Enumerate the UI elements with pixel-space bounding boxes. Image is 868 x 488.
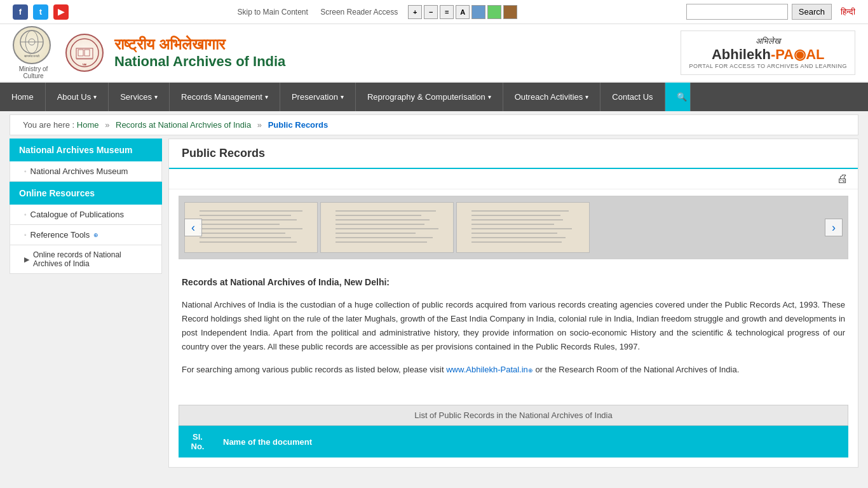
nav-contact[interactable]: Contact Us — [600, 83, 665, 111]
carousel-prev-btn[interactable]: ‹ — [184, 219, 202, 236]
nav-search-icon[interactable]: 🔍 — [665, 83, 691, 111]
nav-records-mgmt-arrow: ▾ — [265, 93, 268, 100]
sidebar-section2-header: Online Resources — [10, 182, 162, 205]
page-title: Public Records — [169, 139, 858, 169]
separator — [313, 8, 315, 17]
nav-about-arrow: ▾ — [93, 93, 97, 100]
color-btn-green[interactable] — [487, 5, 501, 19]
arrow-icon: ▶ — [24, 255, 29, 264]
facebook-icon[interactable]: f — [13, 4, 28, 20]
print-icon[interactable]: 🖨 — [837, 172, 848, 186]
carousel-img-3 — [456, 202, 590, 253]
sidebar-item-reference[interactable]: ◦ Reference Tools ⊕ — [10, 225, 162, 245]
nav-services-arrow: ▾ — [154, 93, 158, 100]
bullet-icon3: ◦ — [24, 231, 27, 238]
breadcrumb-current: Public Records — [268, 120, 329, 130]
carousel-next-btn[interactable]: › — [825, 219, 843, 236]
sidebar-section1-header: National Archives Museum — [10, 139, 162, 161]
screen-reader-link[interactable]: Screen Reader Access — [320, 8, 398, 17]
nav-outreach[interactable]: Outreach Activities ▾ — [503, 83, 601, 111]
table-section: List of Public Records in the National A… — [179, 405, 848, 458]
site-header: सत्यमेव जयते Ministry of Culture NAI राष… — [0, 24, 868, 83]
skip-link[interactable]: Skip to Main Content — [237, 8, 308, 17]
archives-logo: NAI — [65, 34, 104, 72]
carousel-inner — [179, 197, 848, 258]
col-sl-no: Sl.No. — [179, 426, 217, 458]
article-heading: Records at National Archives of India, N… — [182, 275, 845, 290]
site-title: राष्ट्रीय अभिलेखागार National Archives o… — [114, 36, 285, 70]
sidebar: National Archives Museum ◦ National Arch… — [10, 139, 162, 468]
carousel-img-1 — [184, 202, 318, 253]
abhilekh-link[interactable]: www.Abhilekh-Patal.in — [446, 365, 528, 374]
nav-preservation-arrow: ▾ — [341, 93, 344, 100]
abhilekh-hindi: अभिलेख — [689, 36, 847, 46]
content-panel: Public Records 🖨 ‹ — [168, 139, 858, 468]
table-header-row: Sl.No. Name of the document — [179, 426, 848, 458]
search-button[interactable]: Search — [792, 4, 832, 20]
abhilekh-subtitle: PORTAL FOR ACCESS TO ARCHIVES AND LEARNI… — [689, 63, 847, 69]
nav-reprography-arrow: ▾ — [488, 93, 491, 100]
article-paragraph2: For searching among various public recor… — [182, 363, 845, 377]
nav-about[interactable]: About Us ▾ — [46, 83, 109, 111]
font-A-btn[interactable]: A — [456, 5, 470, 19]
svg-text:सत्यमेव जयते: सत्यमेव जयते — [24, 54, 39, 58]
search-nav-icon: 🔍 — [677, 92, 687, 102]
twitter-icon[interactable]: t — [33, 4, 48, 20]
col-doc-name: Name of the document — [217, 426, 848, 458]
external-icon: ⊕ — [528, 367, 533, 374]
svg-text:NAI: NAI — [82, 63, 86, 66]
nav-outreach-arrow: ▾ — [585, 93, 588, 100]
abhilekh-brand: Abhilekh-PA◉AL — [689, 46, 847, 63]
svg-rect-8 — [85, 50, 90, 56]
search-input[interactable] — [686, 4, 788, 20]
abhilekh-logo[interactable]: अभिलेख Abhilekh-PA◉AL PORTAL FOR ACCESS … — [681, 30, 855, 75]
hindi-link[interactable]: हिन्दी — [841, 7, 855, 17]
sidebar-item-catalogue[interactable]: ◦ Catalogue of Publications — [10, 205, 162, 225]
external-link-icon: ⊕ — [93, 232, 98, 238]
navbar: Home About Us ▾ Services ▾ Records Manag… — [0, 83, 868, 111]
font-decrease-btn[interactable]: − — [424, 5, 438, 19]
font-increase-btn[interactable]: + — [408, 5, 422, 19]
article-paragraph1: National Archives of India is the custod… — [182, 298, 845, 354]
print-bar: 🖨 — [169, 169, 858, 189]
table-caption: List of Public Records in the National A… — [179, 405, 848, 426]
nav-records-mgmt[interactable]: Records Management ▾ — [170, 83, 280, 111]
sidebar-item-online-records[interactable]: ▶ Online records of National Archives of… — [10, 245, 162, 274]
main-content: National Archives Museum ◦ National Arch… — [10, 139, 858, 468]
doc-lines-2 — [330, 207, 444, 248]
records-table: Sl.No. Name of the document — [179, 426, 848, 458]
color-btn-blue[interactable] — [471, 5, 485, 19]
breadcrumb: You are here : Home » Records at Nationa… — [10, 114, 858, 135]
sidebar-item-museum[interactable]: ◦ National Archives Museum — [10, 161, 162, 182]
accessibility-bar: Skip to Main Content Screen Reader Acces… — [237, 5, 517, 19]
bullet-icon2: ◦ — [24, 211, 27, 218]
bullet-icon: ◦ — [24, 168, 27, 175]
image-carousel: ‹ — [179, 196, 848, 259]
svg-rect-7 — [78, 50, 83, 56]
breadcrumb-home[interactable]: Home — [77, 120, 99, 130]
hindi-title: राष्ट्रीय अभिलेखागार — [114, 36, 285, 53]
color-btn-brown[interactable] — [503, 5, 517, 19]
topbar: f t ▶ Skip to Main Content Screen Reader… — [0, 0, 868, 24]
youtube-icon[interactable]: ▶ — [53, 4, 69, 20]
nav-home[interactable]: Home — [0, 83, 46, 111]
search-area: Search हिन्दी — [686, 4, 855, 20]
social-icons: f t ▶ — [13, 4, 69, 20]
doc-lines-1 — [194, 207, 308, 248]
nai-logo: NAI — [64, 30, 105, 75]
doc-lines-3 — [466, 207, 580, 248]
font-controls: + − = A — [408, 5, 517, 19]
breadcrumb-sep1: » — [105, 120, 109, 130]
article-body: Records at National Archives of India, N… — [169, 266, 858, 395]
ministry-emblem: सत्यमेव जयते Ministry of Culture — [13, 30, 54, 75]
nav-preservation[interactable]: Preservation ▾ — [280, 83, 356, 111]
nav-reprography[interactable]: Reprography & Computerisation ▾ — [356, 83, 503, 111]
breadcrumb-records[interactable]: Records at National Archvies of India — [116, 120, 251, 130]
font-normal-btn[interactable]: = — [440, 5, 454, 19]
ministry-text: Ministry of Culture — [13, 65, 54, 79]
ashoka-emblem: सत्यमेव जयते — [13, 26, 51, 64]
you-are-here-label: You are here : — [23, 120, 74, 130]
patal-brand: -PA◉AL — [771, 46, 825, 62]
breadcrumb-sep2: » — [257, 120, 262, 130]
nav-services[interactable]: Services ▾ — [109, 83, 170, 111]
